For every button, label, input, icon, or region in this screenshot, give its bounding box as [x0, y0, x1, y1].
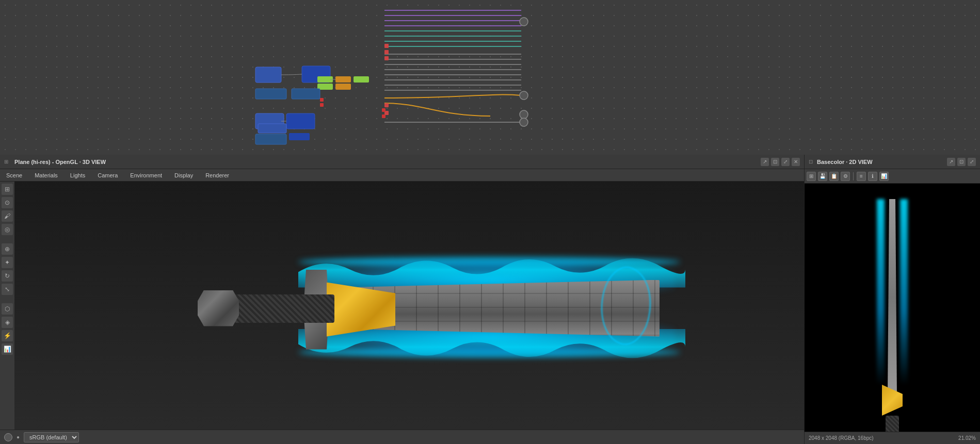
svg-rect-19	[292, 89, 320, 99]
viewport-2d-title: Basecolor · 2D VIEW	[817, 159, 873, 165]
svg-rect-25	[382, 108, 385, 112]
left-toolbar: ⊞ ⊙ 🖌 ◎ ⊕ ✦ ↻ ⤡ ⬡ ◈ ⚡ 📊	[0, 182, 14, 430]
tool-cube[interactable]: ⬡	[2, 303, 13, 315]
menu-environment[interactable]: Environment	[128, 171, 164, 179]
sword-2d-flame-right	[900, 199, 908, 385]
tool-lightning[interactable]: ⚡	[2, 330, 13, 341]
sword-2d-blade	[885, 199, 900, 395]
menu-renderer[interactable]: Renderer	[203, 171, 231, 179]
viewport-close-btn[interactable]: ✕	[792, 158, 800, 166]
sword-pommel	[198, 290, 239, 326]
zoom-level: 21.02%	[958, 435, 976, 441]
color-swatch[interactable]	[4, 433, 12, 441]
svg-rect-15	[354, 76, 369, 83]
tool-scale[interactable]: ⤡	[2, 284, 13, 295]
color-mode-dropdown[interactable]: sRGB (default)	[24, 432, 79, 442]
sword-2d	[874, 199, 910, 432]
2d-maximize-btn[interactable]: ↗	[947, 158, 955, 166]
svg-rect-17	[335, 84, 351, 90]
svg-rect-14	[335, 76, 351, 83]
svg-rect-21	[258, 124, 286, 133]
viewport-3d-header: ⊞ Plane (hi-res) - OpenGL · 3D VIEW ↗ ⊡ …	[0, 155, 804, 169]
toolbar-separator	[853, 172, 854, 180]
viewport-icon: ⊞	[4, 159, 8, 165]
menu-materials[interactable]: Materials	[33, 171, 60, 179]
2d-tool-save[interactable]: ⊞	[807, 172, 816, 181]
texture-info: 2048 x 2048 (RGBA, 16bpc)	[809, 435, 874, 441]
sword-2d-flame-left	[877, 199, 885, 385]
2d-tool-histogram[interactable]: 📊	[879, 172, 889, 181]
2d-tool-adjust[interactable]: ≡	[857, 172, 866, 181]
viewport-2d-toolbar: ⊞ 💾 📋 ⚙ ≡ ℹ 📊	[805, 169, 980, 184]
svg-point-3	[520, 118, 528, 126]
tool-transform[interactable]: ⊙	[2, 197, 13, 208]
svg-point-0	[520, 18, 528, 26]
viewport-split-btn[interactable]: ⊡	[771, 158, 779, 166]
svg-rect-12	[286, 113, 315, 129]
tool-select[interactable]: ⊞	[2, 184, 13, 195]
2d-undock-btn[interactable]: ⤢	[968, 158, 976, 166]
2d-viewport-icon: ⊡	[809, 159, 813, 165]
tool-paint[interactable]: 🖌	[2, 210, 13, 222]
color-sphere-icon: ●	[17, 434, 20, 440]
viewport-2d[interactable]: ⊡ Basecolor · 2D VIEW ↗ ⊡ ⤢ ⊞ 💾 📋 ⚙ ≡ ℹ …	[805, 155, 980, 444]
menu-camera[interactable]: Camera	[95, 171, 120, 179]
sword-container	[164, 228, 654, 383]
viewport-2d-controls: ↗ ⊡ ⤢	[947, 158, 976, 166]
tool-stats[interactable]: 📊	[2, 343, 13, 355]
svg-rect-24	[320, 103, 324, 107]
sword-2d-guard	[882, 385, 903, 416]
tool-ring[interactable]: ◈	[2, 317, 13, 328]
node-network-svg	[0, 0, 980, 155]
status-bar: ● sRGB (default)	[0, 430, 804, 444]
bottom-area: ⊞ Plane (hi-res) - OpenGL · 3D VIEW ↗ ⊡ …	[0, 155, 980, 444]
svg-rect-22	[289, 133, 310, 140]
svg-rect-18	[255, 89, 286, 99]
tool-grid[interactable]: ⊕	[2, 243, 13, 255]
tool-rotate[interactable]: ↻	[2, 270, 13, 282]
2d-tool-settings[interactable]: ⚙	[841, 172, 850, 181]
viewport-3d-controls: ↗ ⊡ ⤢ ✕	[761, 158, 800, 166]
svg-rect-6	[384, 56, 389, 60]
2d-split-btn[interactable]: ⊡	[957, 158, 966, 166]
tool-move[interactable]: ✦	[2, 257, 13, 268]
viewport-2d-bottom: 2048 x 2048 (RGBA, 16bpc) 21.02%	[805, 432, 980, 444]
sword-2d-handle	[886, 416, 899, 432]
svg-rect-26	[382, 114, 385, 118]
menu-lights[interactable]: Lights	[68, 171, 87, 179]
svg-point-2	[520, 110, 528, 119]
svg-point-1	[520, 91, 528, 100]
menu-scene[interactable]: Scene	[4, 171, 24, 179]
2d-tool-copy[interactable]: 📋	[829, 172, 839, 181]
svg-rect-20	[255, 134, 286, 144]
viewport-2d-header: ⊡ Basecolor · 2D VIEW ↗ ⊡ ⤢	[805, 155, 980, 169]
tool-eraser[interactable]: ◎	[2, 224, 13, 235]
viewport-3d-menu: Scene Materials Lights Camera Environmen…	[0, 169, 804, 182]
menu-display[interactable]: Display	[172, 171, 195, 179]
sword-scene	[14, 182, 804, 430]
svg-rect-23	[320, 98, 324, 102]
2d-tool-info[interactable]: ℹ	[868, 172, 877, 181]
viewport-3d-canvas[interactable]: ⊞ ⊙ 🖌 ◎ ⊕ ✦ ↻ ⤡ ⬡ ◈ ⚡ 📊	[0, 182, 804, 430]
svg-rect-9	[255, 67, 281, 83]
svg-rect-5	[384, 50, 389, 54]
svg-rect-4	[384, 44, 389, 48]
viewport-maximize-btn[interactable]: ↗	[761, 158, 769, 166]
svg-rect-7	[384, 103, 389, 107]
viewport-undock-btn[interactable]: ⤢	[781, 158, 790, 166]
node-editor[interactable]	[0, 0, 980, 155]
viewport-3d[interactable]: ⊞ Plane (hi-res) - OpenGL · 3D VIEW ↗ ⊡ …	[0, 155, 805, 444]
2d-tool-export[interactable]: 💾	[818, 172, 827, 181]
viewport-2d-canvas[interactable]	[805, 184, 980, 432]
viewport-3d-title: Plane (hi-res) - OpenGL · 3D VIEW	[14, 159, 106, 165]
